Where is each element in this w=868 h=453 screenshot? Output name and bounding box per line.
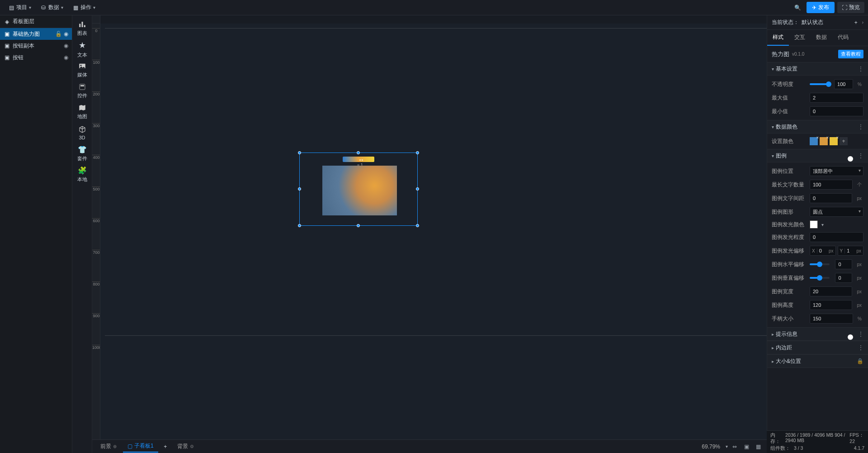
zoom-level[interactable]: 69.79% [702,443,720,450]
text-gap-input[interactable]: 0 [810,193,852,203]
resize-handle-r[interactable] [416,187,419,191]
palette-text[interactable]: ★文本 [72,39,92,60]
lock-icon[interactable]: 🔒 [857,358,863,364]
more-icon[interactable]: ⋮ [858,331,863,337]
v-offset-input[interactable]: 0 [835,273,852,283]
section-padding[interactable]: ▸内边距⋮ [767,341,868,354]
palette-media[interactable]: 媒体 [72,60,92,81]
preview-button[interactable]: ⛶预览 [837,2,864,13]
section-size-pos[interactable]: ▸大小&位置🔒 [767,354,868,368]
min-input[interactable]: 0 [810,106,863,116]
remove-icon[interactable]: × [836,135,839,140]
resize-handle-tl[interactable] [298,151,301,154]
tab-background[interactable]: 背景⚙ [173,441,198,452]
add-tab-button[interactable]: + [160,443,171,450]
resize-handle-t[interactable] [357,151,360,154]
menu-data[interactable]: ⛁数据▾ [36,2,68,13]
component-title: 热力图 [772,50,789,58]
max-input[interactable]: 2 [810,93,863,103]
legend-shape-select[interactable]: 圆点 [810,207,863,217]
unlock-icon[interactable]: 🔓 [55,31,62,37]
tab-interaction[interactable]: 交互 [789,30,811,46]
shirt-icon: 👕 [78,145,87,154]
eye-icon[interactable]: ◉ [64,54,68,61]
legend-h-input[interactable]: 120 [810,300,852,310]
file-icon: ▤ [8,5,14,11]
chevron-right-icon[interactable]: › [862,20,863,25]
glow-color-picker[interactable] [810,220,818,229]
more-icon[interactable]: ⋮ [858,66,863,72]
component-icon: ▣ [4,31,10,37]
palette-map[interactable]: 地图 [72,101,92,122]
tab-style[interactable]: 样式 [767,30,789,46]
palette-3d[interactable]: 3D [72,122,92,143]
fit-width-icon[interactable]: ⇔ [730,442,740,452]
tab-foreground[interactable]: 前景⊕ [96,441,121,452]
h-offset-slider[interactable] [810,263,830,265]
palette-kit[interactable]: 👕套件 [72,143,92,164]
resize-handle-br[interactable] [416,224,419,227]
v-offset-slider[interactable] [810,277,830,279]
add-state-button[interactable]: + [854,19,858,26]
remove-icon[interactable]: × [826,135,829,140]
resize-handle-b[interactable] [357,224,360,227]
viewport[interactable]: = 1 ↔ [100,24,767,439]
add-color-button[interactable]: + [840,137,848,145]
color-swatch-1[interactable]: × [810,137,818,145]
resize-handle-l[interactable] [298,187,301,191]
eye-icon[interactable]: ◉ [64,31,68,37]
legend-pos-select[interactable]: 顶部居中 [810,166,863,176]
tab-data[interactable]: 数据 [811,30,832,46]
remove-icon[interactable]: × [816,135,819,140]
menu-project[interactable]: ▤项目▾ [4,2,36,13]
handle-size-input[interactable]: 150 [810,314,853,324]
more-icon[interactable]: ⋮ [858,153,863,159]
eye-icon[interactable]: ◉ [64,43,68,49]
glow-offset-y[interactable]: Ypx [838,246,864,256]
section-legend[interactable]: ▾图例⋮ [767,149,868,162]
chevron-down-icon[interactable]: ▾ [821,222,824,227]
search-button[interactable]: 🔍 [791,1,804,14]
color-swatch-3[interactable]: × [830,137,838,145]
caret-down-icon: ▾ [772,153,774,158]
color-swatch-2[interactable]: × [820,137,828,145]
state-value[interactable]: 默认状态 [802,19,823,26]
layers-list: ▣ 基础热力图 🔓◉ ▣ 按钮副本 ◉ ▣ 按钮 ◉ [0,28,72,453]
search-icon: 🔍 [794,5,801,11]
palette-chart[interactable]: 图表 [72,18,92,39]
glow-degree-input[interactable]: 0 [810,232,863,242]
palette-local[interactable]: 🧩本地 [72,164,92,185]
opacity-slider[interactable] [810,83,829,85]
more-icon[interactable]: ⋮ [858,344,863,351]
h-offset-input[interactable]: 0 [835,259,852,269]
tab-subboard[interactable]: ▢子看板1 [123,440,158,453]
resize-handle-bl[interactable] [298,224,301,227]
layers-title: 看板图层 [13,18,34,25]
publish-button[interactable]: ✈发布 [807,2,835,13]
opacity-input[interactable]: 100 [834,79,853,89]
layer-item-button-copy[interactable]: ▣ 按钮副本 ◉ [0,40,72,52]
tutorial-link[interactable]: 查看教程 [838,50,863,58]
glow-offset-x[interactable]: Xpx [810,246,836,256]
selection-box[interactable]: = 1 [299,153,418,226]
fit-screen-icon[interactable]: ▣ [741,442,751,452]
tab-code[interactable]: 代码 [832,30,854,46]
layer-item-heatmap[interactable]: ▣ 基础热力图 🔓◉ [0,28,72,40]
component-icon: ▣ [4,43,10,49]
palette-control[interactable]: 控件 [72,81,92,101]
section-basic[interactable]: ▾基本设置⋮ [767,62,868,76]
section-data-color[interactable]: ▾数据颜色⋮ [767,120,868,134]
max-text-input[interactable]: 100 [810,180,853,190]
bottom-tabs: 前景⊕ ▢子看板1 + 背景⚙ 69.79% ▾ ⇔ ▣ ▦ [92,439,767,453]
svg-rect-2 [84,25,85,28]
chevron-down-icon[interactable]: ▾ [726,444,728,449]
resize-handle-tr[interactable] [416,151,419,154]
layer-item-button[interactable]: ▣ 按钮 ◉ [0,52,72,63]
grid-toggle-icon[interactable]: ▦ [753,442,763,452]
menu-operation[interactable]: ▦操作▾ [68,2,100,13]
prop-legend-w: 图例宽度 20 px [767,285,868,298]
component-count: 3 / 3 [794,445,803,452]
legend-w-input[interactable]: 20 [810,286,852,296]
more-icon[interactable]: ⋮ [858,124,863,130]
section-tooltip[interactable]: ▸提示信息⋮ [767,327,868,341]
